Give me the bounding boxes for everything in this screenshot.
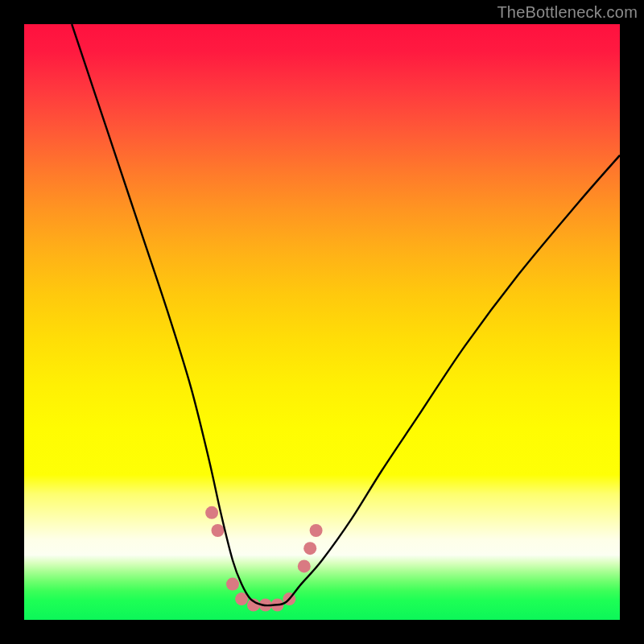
highlight-dot — [212, 524, 225, 537]
watermark-text: TheBottleneck.com — [497, 3, 638, 22]
highlight-dot — [310, 524, 323, 537]
chart-frame: TheBottleneck.com — [0, 0, 644, 644]
highlight-dot — [226, 578, 239, 591]
curve-layer — [24, 24, 620, 620]
highlight-dot — [298, 559, 311, 572]
plot-area — [24, 24, 620, 620]
highlight-dot — [303, 542, 316, 555]
bottleneck-curve — [72, 24, 620, 605]
highlight-dot — [205, 506, 218, 519]
